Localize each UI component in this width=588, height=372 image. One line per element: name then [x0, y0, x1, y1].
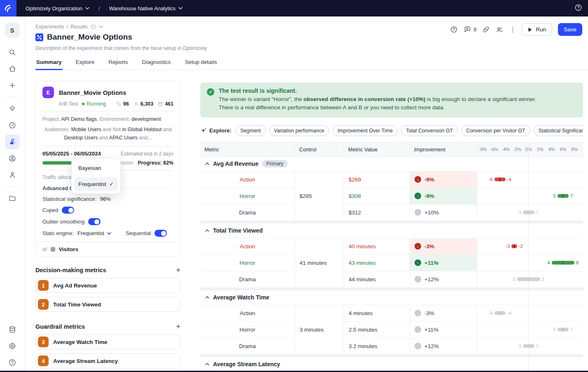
bar-median-tick: [499, 311, 500, 315]
optimizely-logo[interactable]: [0, 0, 16, 16]
chevron-up-icon[interactable]: [205, 162, 209, 165]
sidebar-item-data[interactable]: [5, 322, 20, 337]
product-name: Warehouse Native Analytics: [109, 5, 176, 12]
sidebar-item-ideas[interactable]: [5, 101, 20, 116]
variant-cell: Action: [200, 238, 295, 255]
arrow-up-circle-icon: ↑: [415, 343, 421, 349]
explore-chip-statistical-significance-ot[interactable]: Statistical Significance OT: [534, 125, 583, 136]
workspace-avatar[interactable]: S: [5, 23, 20, 38]
percent-icon: [116, 101, 122, 107]
axis-tick: 2%: [537, 147, 543, 152]
explore-chip-segment[interactable]: Segment: [235, 125, 266, 136]
sequential-toggle[interactable]: [155, 230, 167, 237]
improvement-value: +10%: [424, 210, 439, 216]
tab-summary[interactable]: Summary: [35, 57, 63, 70]
bar-label-to: -2: [519, 244, 523, 249]
chevron-up-icon[interactable]: [205, 229, 209, 232]
metric-group-2: Total Time ViewedAction41 minutes40 minu…: [200, 224, 583, 288]
control-cell: 41 minutes: [295, 238, 344, 288]
group-header[interactable]: Average Stream Latency: [200, 357, 583, 371]
sidebar-item-help[interactable]: [5, 355, 20, 370]
group-header[interactable]: Average Watch Time: [200, 290, 583, 305]
chevron-up-icon[interactable]: [205, 296, 209, 299]
group-header[interactable]: Total Time Viewed: [200, 224, 583, 238]
run-button[interactable]: Run: [522, 23, 552, 36]
sidebar-item-profiles[interactable]: [5, 167, 20, 182]
metric-label: Average Watch Time: [53, 339, 108, 345]
variant-cell: Drama: [200, 205, 295, 221]
sidebar-item-settings[interactable]: [5, 339, 20, 353]
running-dot-icon: [82, 103, 84, 105]
folder-icon[interactable]: [90, 24, 96, 30]
sidebar: S: [0, 16, 25, 371]
collaborators-button[interactable]: [496, 26, 504, 33]
metric-item-2[interactable]: 2Total Time Viewed: [35, 297, 180, 312]
banner-line2: There is a real difference in performanc…: [219, 104, 445, 111]
chevron-up-icon[interactable]: [205, 363, 209, 365]
explore-chip-total-conversion-ot[interactable]: Total Conversion OT: [401, 125, 458, 136]
experiment-badge: E: [42, 87, 54, 98]
topbar-help-button[interactable]: [574, 4, 582, 13]
search-icon: [8, 48, 16, 57]
explore-chip-variation-performance[interactable]: Variation performance: [269, 125, 329, 136]
improvement-value: -3%: [424, 243, 434, 250]
sidebar-item-search[interactable]: [5, 45, 20, 60]
tab-reports[interactable]: Reports: [108, 57, 129, 70]
sidebar-item-home[interactable]: [5, 61, 20, 76]
explore-chip-improvement-over-time[interactable]: Improvement Over Time: [333, 125, 398, 136]
metric-number-badge: 2: [38, 299, 49, 310]
bar-median-tick: [528, 278, 529, 281]
tab-explore[interactable]: Explore: [75, 57, 96, 70]
person-icon: [8, 171, 16, 179]
breadcrumb-results[interactable]: Results: [70, 24, 88, 30]
add-metric-button[interactable]: +: [176, 323, 180, 330]
sidebar-item-audiences[interactable]: [5, 151, 20, 166]
metric-unit-row: of Visitors: [36, 242, 180, 257]
plus-icon: [8, 81, 16, 89]
chevron-down-icon[interactable]: [99, 26, 103, 28]
sidebar-item-dashboard[interactable]: [5, 118, 20, 133]
tab-setup-details[interactable]: Setup details: [184, 57, 218, 70]
metric-value-cell: 2.5 minutes: [344, 322, 410, 338]
menu-item-bayesian[interactable]: Bayesian: [74, 161, 118, 175]
confidence-bar-cell: -6-4: [477, 172, 583, 188]
comments-button[interactable]: 8: [464, 26, 476, 33]
tab-bar: SummaryExploreReportsDiagnosticsSetup de…: [35, 57, 588, 70]
outlier-toggle[interactable]: [88, 218, 101, 225]
confidence-bar: [523, 344, 534, 348]
control-cell: 3 minutes: [295, 305, 344, 355]
metric-label: Average Stream Latency: [53, 358, 118, 364]
sidebar-item-experiments[interactable]: [5, 134, 20, 149]
explore-label: Explore:: [200, 127, 232, 134]
save-button[interactable]: Save: [558, 23, 582, 36]
sidebar-item-files[interactable]: [5, 191, 20, 206]
primary-badge: Primary: [262, 160, 287, 167]
metric-item-3[interactable]: 3Average Watch Time: [35, 334, 180, 349]
sidebar-item-create[interactable]: [5, 78, 20, 93]
group-header[interactable]: Avg Ad RevenuePrimary: [200, 157, 583, 172]
bar-median-tick: [528, 344, 529, 348]
metric-item-1[interactable]: 1Avg Ad Revenue: [35, 278, 180, 293]
add-metric-button[interactable]: +: [176, 266, 180, 274]
unit-selector[interactable]: Visitors: [50, 246, 78, 252]
banner-title: The test result is significant.: [219, 87, 536, 94]
confidence-bar: [494, 311, 506, 315]
product-switcher[interactable]: Warehouse Native Analytics: [109, 5, 183, 12]
group-name: Average Watch Time: [213, 294, 269, 301]
bar-label-from: -3: [506, 244, 510, 249]
more-actions-button[interactable]: ⋮: [509, 26, 516, 33]
menu-item-frequentist[interactable]: Frequentist✓: [74, 177, 118, 191]
org-switcher[interactable]: Optimizely Organization: [26, 5, 89, 12]
metric-number-badge: 3: [38, 337, 49, 347]
breadcrumb-experiments[interactable]: Experiments: [35, 24, 64, 30]
stats-engine-select[interactable]: Frequentist: [77, 230, 111, 236]
tab-diagnostics[interactable]: Diagnostics: [141, 57, 172, 70]
experiments-icon: [8, 138, 16, 146]
bar-label-to: -4: [507, 311, 511, 315]
help-button[interactable]: [450, 26, 458, 33]
share-link-button[interactable]: [482, 26, 490, 33]
link-icon: [482, 26, 490, 33]
metric-item-4[interactable]: 4Average Stream Latency: [35, 353, 180, 368]
cuped-toggle[interactable]: [62, 207, 74, 214]
explore-chip-conversion-per-visitor-ot[interactable]: Conversion per Visitor OT: [461, 125, 530, 136]
